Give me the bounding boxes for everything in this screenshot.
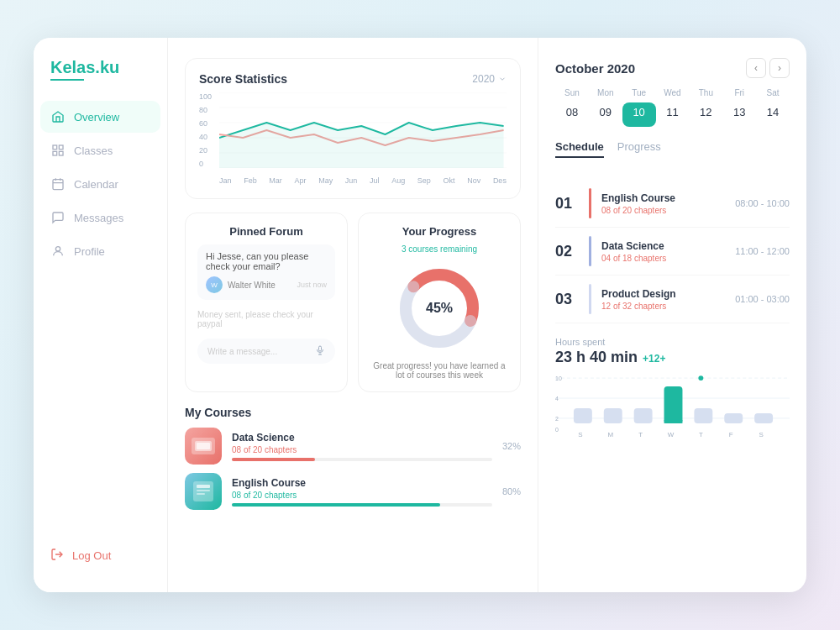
calendar-section: October 2020 ‹ › Sun Mon Tue Wed Thu Fri… <box>555 58 790 127</box>
svg-marker-16 <box>219 123 504 168</box>
svg-text:2: 2 <box>555 416 559 422</box>
sidebar: Kelas.ku Overview Classes <box>34 38 168 592</box>
sidebar-item-profile[interactable]: Profile <box>40 235 160 267</box>
svg-text:0: 0 <box>555 427 559 433</box>
svg-text:T: T <box>638 431 643 438</box>
sidebar-item-classes[interactable]: Classes <box>40 134 160 166</box>
pinned-forum-panel: Pinned Forum Hi Jesse, can you please ch… <box>185 213 348 392</box>
svg-rect-28 <box>197 490 210 491</box>
svg-rect-40 <box>664 386 683 423</box>
message-icon <box>50 210 66 225</box>
forum-reply: Money sent, please check your paypal <box>197 307 335 332</box>
cal-day-14[interactable]: 14 <box>756 102 790 127</box>
tab-progress[interactable]: Progress <box>617 140 661 158</box>
sched-chapters-3: 12 of 32 chapters <box>601 302 725 311</box>
sidebar-item-overview[interactable]: Overview <box>40 101 160 133</box>
course-chapters: 08 of 20 chapters <box>232 445 492 454</box>
progress-donut: 45% <box>370 262 508 354</box>
cal-day-09[interactable]: 09 <box>589 102 622 127</box>
grid-icon <box>50 143 66 158</box>
score-chart: 100806040200 <box>199 92 507 185</box>
chart-svg-area <box>219 92 507 168</box>
progress-percentage: 45% <box>426 301 453 316</box>
svg-rect-17 <box>319 346 322 351</box>
svg-rect-39 <box>634 408 653 423</box>
sched-time-2: 11:00 - 12:00 <box>735 246 790 256</box>
microphone-icon <box>315 344 325 359</box>
svg-rect-4 <box>53 180 63 190</box>
cal-day-08[interactable]: 08 <box>555 102 589 127</box>
course-info-data-science: Data Science 08 of 20 chapters <box>232 432 492 461</box>
calendar-next-button[interactable]: › <box>769 58 790 78</box>
svg-rect-44 <box>754 413 773 423</box>
nav-label-messages: Messages <box>74 212 123 224</box>
calendar-prev-button[interactable]: ‹ <box>746 58 766 78</box>
sched-name-2: Data Science <box>601 240 725 252</box>
svg-rect-0 <box>53 145 57 150</box>
sched-name-3: Product Design <box>601 288 725 300</box>
svg-text:M: M <box>607 431 613 438</box>
sidebar-item-messages[interactable]: Messages <box>40 202 160 234</box>
progress-description: Great progress! you have learned a lot o… <box>370 361 508 380</box>
hours-bar-chart: 10 4 2 0 <box>555 373 790 440</box>
schedule-item-2: 02 Data Science 04 of 18 chapters 11:00 … <box>555 228 790 276</box>
chart-x-labels: JanFebMarAprMayJun JulAugSepOktNovDes <box>219 176 507 185</box>
svg-text:F: F <box>729 431 733 438</box>
nav-label-classes: Classes <box>74 144 113 157</box>
course-thumbnail-data-science <box>185 428 222 465</box>
svg-rect-41 <box>664 420 683 423</box>
calendar-month: October 2020 <box>555 61 635 76</box>
cal-label-fri: Fri <box>722 88 756 102</box>
sidebar-item-calendar[interactable]: Calendar <box>40 168 160 200</box>
cal-day-12[interactable]: 12 <box>689 102 722 127</box>
svg-text:4: 4 <box>555 396 559 402</box>
progress-panel: Your Progress 3 courses remaining 45% Gr… <box>358 213 521 392</box>
sched-num-1: 01 <box>555 195 579 213</box>
cal-day-11[interactable]: 11 <box>656 102 690 127</box>
course-chapters: 08 of 20 chapters <box>232 491 492 500</box>
logout-button[interactable]: Log Out <box>34 539 167 572</box>
cal-label-sat: Sat <box>756 88 790 102</box>
progress-subtitle: 3 courses remaining <box>370 244 508 254</box>
svg-rect-42 <box>694 408 712 423</box>
schedule-list: 01 English Course 08 of 20 chapters 08:0… <box>555 180 790 323</box>
course-info-english: English Course 08 of 20 chapters <box>232 477 492 507</box>
sched-time-3: 01:00 - 03:00 <box>735 294 790 304</box>
calendar-icon <box>50 176 66 192</box>
nav-label-overview: Overview <box>74 111 119 123</box>
svg-rect-1 <box>59 145 63 150</box>
bottom-row: Pinned Forum Hi Jesse, can you please ch… <box>185 213 521 392</box>
sched-time-1: 08:00 - 10:00 <box>735 198 790 208</box>
course-name: Data Science <box>232 432 492 444</box>
svg-text:S: S <box>578 431 582 438</box>
svg-rect-43 <box>724 413 743 423</box>
hours-value: 23 h 40 min <box>555 349 638 366</box>
forum-message: Hi Jesse, can you please check your emai… <box>197 244 335 300</box>
cal-label-sun: Sun <box>555 88 589 102</box>
chart-y-labels: 100806040200 <box>199 92 218 168</box>
svg-text:10: 10 <box>555 375 562 381</box>
svg-point-45 <box>698 375 703 381</box>
forum-message-text: Hi Jesse, can you please check your emai… <box>206 251 327 271</box>
home-icon <box>50 109 66 124</box>
forum-input[interactable]: Write a message... <box>197 339 335 364</box>
nav-label-calendar: Calendar <box>74 178 118 191</box>
svg-text:S: S <box>759 431 763 438</box>
hours-extra: +12+ <box>643 353 665 365</box>
cal-label-mon: Mon <box>589 88 622 102</box>
sched-num-3: 03 <box>555 291 579 308</box>
logout-label: Log Out <box>72 549 111 562</box>
svg-rect-2 <box>53 151 57 155</box>
svg-text:T: T <box>699 431 703 438</box>
cal-day-10[interactable]: 10 <box>622 102 656 127</box>
tab-schedule[interactable]: Schedule <box>555 140 604 158</box>
course-name: English Course <box>232 477 492 489</box>
svg-text:W: W <box>668 431 675 438</box>
svg-rect-3 <box>59 151 63 155</box>
course-percentage: 32% <box>502 441 521 451</box>
score-year[interactable]: 2020 <box>472 73 507 85</box>
forum-time: Just now <box>297 281 327 289</box>
cal-day-13[interactable]: 13 <box>722 102 756 127</box>
forum-title: Pinned Forum <box>197 225 335 238</box>
hours-title: Hours spent <box>555 337 790 347</box>
